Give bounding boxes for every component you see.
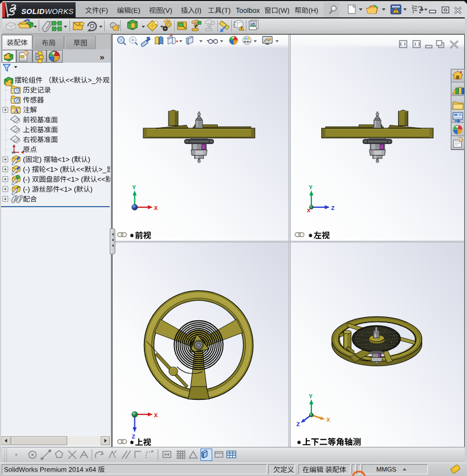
svg-text:X: X — [326, 417, 330, 423]
svg-text:Y: Y — [309, 393, 313, 400]
svg-text:A: A — [14, 107, 19, 115]
svg-text:Y: Y — [309, 184, 313, 191]
svg-text:Y: Y — [132, 184, 136, 191]
svg-text:x: x — [307, 207, 311, 214]
svg-text:Z: Z — [132, 433, 136, 440]
svg-text:?: ? — [418, 4, 423, 16]
svg-text:Z: Z — [296, 421, 300, 428]
svg-text:»: » — [100, 52, 104, 62]
svg-text:X: X — [154, 412, 158, 419]
svg-text:SOLID: SOLID — [21, 7, 45, 16]
svg-text:MMGS: MMGS — [376, 466, 396, 473]
svg-text:X: X — [154, 205, 158, 212]
svg-text:WORKS: WORKS — [45, 7, 73, 16]
svg-text:Toolbox: Toolbox — [236, 7, 260, 15]
svg-text:Z: Z — [331, 205, 335, 212]
